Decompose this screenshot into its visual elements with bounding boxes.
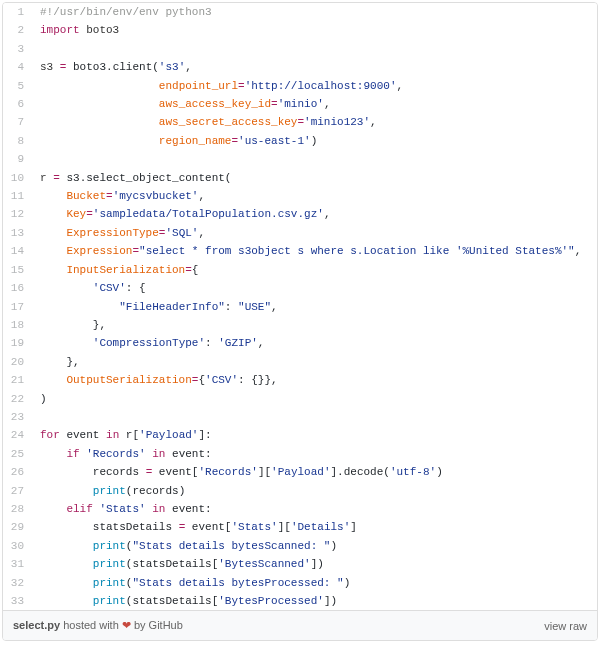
line-number: 11 (3, 187, 32, 205)
code-line[interactable]: 32 print("Stats details bytesProcessed: … (3, 574, 597, 592)
line-number: 9 (3, 150, 32, 168)
code-content: Key='sampledata/TotalPopulation.csv.gz', (32, 205, 330, 223)
code-line[interactable]: 12 Key='sampledata/TotalPopulation.csv.g… (3, 205, 597, 223)
line-number: 8 (3, 132, 32, 150)
line-number: 19 (3, 334, 32, 352)
line-number: 30 (3, 537, 32, 555)
line-number: 3 (3, 40, 32, 58)
gist-container: 1#!/usr/bin/env/env python32import boto3… (2, 2, 598, 641)
line-number: 5 (3, 77, 32, 95)
code-content: region_name='us-east-1') (32, 132, 317, 150)
code-line[interactable]: 19 'CompressionType': 'GZIP', (3, 334, 597, 352)
line-number: 15 (3, 261, 32, 279)
code-content: for event in r['Payload']: (32, 426, 212, 444)
view-raw-link[interactable]: view raw (544, 620, 587, 632)
filename-link[interactable]: select.py (13, 619, 60, 631)
footer-left: select.py hosted with ❤ by GitHub (13, 619, 183, 632)
line-number: 7 (3, 113, 32, 131)
code-line[interactable]: 9 (3, 150, 597, 168)
line-number: 22 (3, 390, 32, 408)
line-number: 10 (3, 169, 32, 187)
line-number: 32 (3, 574, 32, 592)
line-number: 29 (3, 518, 32, 536)
code-line[interactable]: 24for event in r['Payload']: (3, 426, 597, 444)
code-line[interactable]: 6 aws_access_key_id='minio', (3, 95, 597, 113)
code-line[interactable]: 3 (3, 40, 597, 58)
line-number: 20 (3, 353, 32, 371)
code-line[interactable]: 5 endpoint_url='http://localhost:9000', (3, 77, 597, 95)
line-number: 27 (3, 482, 32, 500)
code-line[interactable]: 26 records = event['Records']['Payload']… (3, 463, 597, 481)
hosted-text: hosted with (60, 619, 122, 631)
gist-footer: select.py hosted with ❤ by GitHub view r… (3, 610, 597, 640)
code-content: Expression="select * from s3object s whe… (32, 242, 581, 260)
line-number: 4 (3, 58, 32, 76)
line-number: 33 (3, 592, 32, 610)
code-line[interactable]: 21 OutputSerialization={'CSV': {}}, (3, 371, 597, 389)
code-content (32, 408, 40, 426)
code-content: #!/usr/bin/env/env python3 (32, 3, 212, 21)
code-line[interactable]: 2import boto3 (3, 21, 597, 39)
code-content: Bucket='mycsvbucket', (32, 187, 205, 205)
line-number: 14 (3, 242, 32, 260)
code-content: print(statsDetails['BytesScanned']) (32, 555, 324, 573)
line-number: 1 (3, 3, 32, 21)
code-content: endpoint_url='http://localhost:9000', (32, 77, 403, 95)
code-content: ) (32, 390, 47, 408)
line-number: 16 (3, 279, 32, 297)
code-content: print("Stats details bytesProcessed: ") (32, 574, 350, 592)
code-content: 'CSV': { (32, 279, 146, 297)
code-line[interactable]: 20 }, (3, 353, 597, 371)
code-content: }, (32, 316, 106, 334)
line-number: 13 (3, 224, 32, 242)
code-content: aws_access_key_id='minio', (32, 95, 330, 113)
code-line[interactable]: 14 Expression="select * from s3object s … (3, 242, 597, 260)
code-content: s3 = boto3.client('s3', (32, 58, 192, 76)
code-line[interactable]: 4s3 = boto3.client('s3', (3, 58, 597, 76)
code-line[interactable]: 7 aws_secret_access_key='minio123', (3, 113, 597, 131)
code-line[interactable]: 1#!/usr/bin/env/env python3 (3, 3, 597, 21)
line-number: 28 (3, 500, 32, 518)
code-line[interactable]: 17 "FileHeaderInfo": "USE", (3, 298, 597, 316)
code-content: if 'Records' in event: (32, 445, 212, 463)
code-content (32, 40, 40, 58)
code-content: OutputSerialization={'CSV': {}}, (32, 371, 278, 389)
code-content (32, 150, 40, 168)
code-content: aws_secret_access_key='minio123', (32, 113, 377, 131)
code-line[interactable]: 28 elif 'Stats' in event: (3, 500, 597, 518)
code-line[interactable]: 16 'CSV': { (3, 279, 597, 297)
code-line[interactable]: 33 print(statsDetails['BytesProcessed']) (3, 592, 597, 610)
code-line[interactable]: 29 statsDetails = event['Stats']['Detail… (3, 518, 597, 536)
code-line[interactable]: 8 region_name='us-east-1') (3, 132, 597, 150)
code-line[interactable]: 31 print(statsDetails['BytesScanned']) (3, 555, 597, 573)
code-line[interactable]: 22) (3, 390, 597, 408)
code-block[interactable]: 1#!/usr/bin/env/env python32import boto3… (3, 3, 597, 610)
code-content: InputSerialization={ (32, 261, 198, 279)
code-content: print(statsDetails['BytesProcessed']) (32, 592, 337, 610)
line-number: 18 (3, 316, 32, 334)
code-line[interactable]: 18 }, (3, 316, 597, 334)
line-number: 2 (3, 21, 32, 39)
code-line[interactable]: 30 print("Stats details bytesScanned: ") (3, 537, 597, 555)
code-content: 'CompressionType': 'GZIP', (32, 334, 264, 352)
code-line[interactable]: 27 print(records) (3, 482, 597, 500)
by-text: by (131, 619, 149, 631)
code-line[interactable]: 15 InputSerialization={ (3, 261, 597, 279)
line-number: 23 (3, 408, 32, 426)
line-number: 21 (3, 371, 32, 389)
code-line[interactable]: 23 (3, 408, 597, 426)
code-line[interactable]: 13 ExpressionType='SQL', (3, 224, 597, 242)
code-line[interactable]: 11 Bucket='mycsvbucket', (3, 187, 597, 205)
code-content: r = s3.select_object_content( (32, 169, 231, 187)
code-content: records = event['Records']['Payload'].de… (32, 463, 443, 481)
code-line[interactable]: 25 if 'Records' in event: (3, 445, 597, 463)
code-content: }, (32, 353, 80, 371)
code-content: import boto3 (32, 21, 119, 39)
line-number: 17 (3, 298, 32, 316)
code-content: print("Stats details bytesScanned: ") (32, 537, 337, 555)
heart-icon: ❤ (122, 619, 131, 631)
code-content: statsDetails = event['Stats']['Details'] (32, 518, 357, 536)
host-link[interactable]: GitHub (149, 619, 183, 631)
code-line[interactable]: 10r = s3.select_object_content( (3, 169, 597, 187)
line-number: 6 (3, 95, 32, 113)
